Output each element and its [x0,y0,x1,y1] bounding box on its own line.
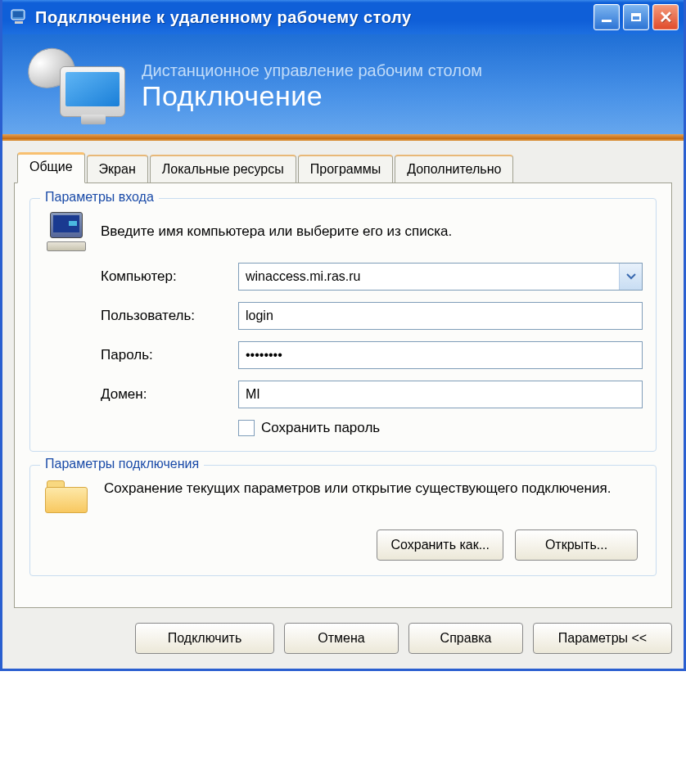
footer-buttons: Подключить Отмена Справка Параметры << [14,623,672,654]
header-banner: Дистанционное управление рабочим столом … [2,34,684,141]
cancel-button[interactable]: Отмена [284,623,399,654]
close-button[interactable]: ✕ [652,4,679,30]
banner-subtitle: Дистанционное управление рабочим столом [142,61,684,80]
password-label: Пароль: [101,347,232,363]
tab-content: Параметры входа Введите имя компьютера и… [14,182,672,608]
tab-general[interactable]: Общие [17,152,85,183]
tab-screen[interactable]: Экран [87,155,148,182]
connect-button[interactable]: Подключить [135,623,274,654]
tab-local-resources[interactable]: Локальные ресурсы [150,155,296,182]
tab-strip: Общие Экран Локальные ресурсы Программы … [14,152,672,182]
app-icon [9,7,29,27]
parameters-button[interactable]: Параметры << [533,623,672,654]
tab-programs[interactable]: Программы [298,155,393,182]
maximize-button[interactable] [623,4,649,30]
titlebar[interactable]: Подключение к удаленному рабочему столу … [2,0,684,34]
window-title: Подключение к удаленному рабочему столу [35,8,590,27]
computer-icon [43,212,89,251]
login-groupbox: Параметры входа Введите имя компьютера и… [29,198,657,452]
svg-rect-2 [15,21,23,24]
chevron-down-icon[interactable] [619,264,642,290]
login-legend: Параметры входа [40,190,159,205]
save-as-button[interactable]: Сохранить как... [377,529,503,561]
save-password-label: Сохранить пароль [261,420,380,436]
svg-rect-1 [13,11,23,17]
save-password-checkbox[interactable] [238,420,255,436]
minimize-button[interactable] [593,4,620,30]
domain-input[interactable] [238,381,643,408]
open-button[interactable]: Открыть... [515,529,638,561]
domain-label: Домен: [101,386,232,403]
help-button[interactable]: Справка [408,623,523,654]
tab-advanced[interactable]: Дополнительно [395,155,513,182]
computer-combo[interactable] [238,263,643,291]
user-label: Пользователь: [101,308,232,324]
folder-icon [43,479,89,515]
connection-instruction: Сохранение текущих параметров или открыт… [104,479,643,498]
window: Подключение к удаленному рабочему столу … [0,0,686,671]
banner-title: Подключение [142,80,684,112]
banner-graphic [19,42,133,132]
computer-label: Компьютер: [101,268,232,285]
computer-input[interactable] [238,263,643,291]
body-area: Общие Экран Локальные ресурсы Программы … [2,141,684,669]
connection-legend: Параметры подключения [40,457,204,471]
login-instruction: Введите имя компьютера или выберите его … [101,223,452,240]
connection-groupbox: Параметры подключения Сохранение текущих… [29,465,657,576]
monitor-icon [60,66,125,117]
user-input[interactable] [238,302,643,330]
password-input[interactable] [238,341,643,369]
